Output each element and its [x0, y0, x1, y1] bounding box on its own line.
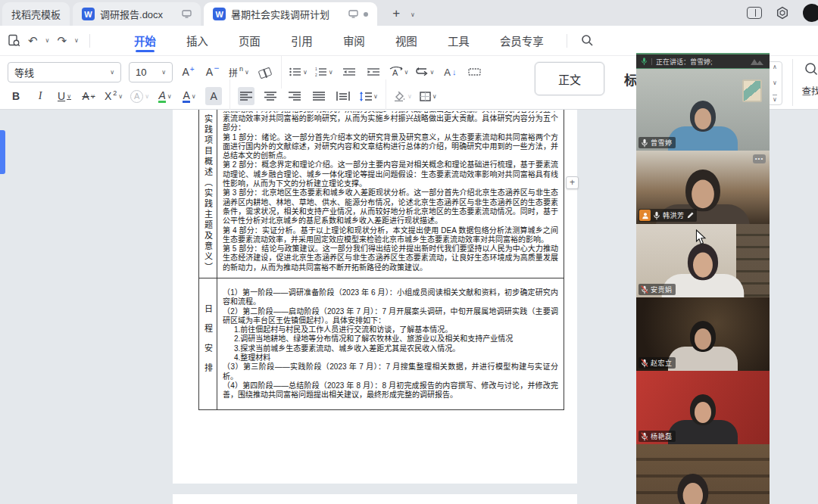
paragraph: 4.整理材料	[223, 353, 558, 362]
ribbon-tab-引用[interactable]: 引用	[289, 26, 314, 54]
align-center-button[interactable]	[262, 87, 279, 105]
font-name-select[interactable]: 等线∨	[8, 62, 121, 82]
align-left-button[interactable]	[238, 87, 254, 105]
row-label: 日程安排	[199, 278, 217, 409]
row-content[interactable]: 素流动效率对共同富裕的影响研究，从而为实施乡村振兴战略做出更大贡献。具体研究内容…	[217, 110, 564, 278]
ribbon-tab-会员专享[interactable]: 会员专享	[498, 26, 545, 54]
paragraph: （2）第二阶段——启动阶段（2023 年 7 月）：7 月开展案头调研，中旬开展…	[223, 307, 558, 326]
sort-button[interactable]: A↓	[442, 63, 458, 81]
style-body-text[interactable]: 正文	[535, 62, 604, 95]
side-panel-indicator[interactable]	[0, 130, 5, 174]
participant-name: 赵宏立	[651, 358, 673, 368]
ribbon-tab-插入[interactable]: 插入	[185, 26, 210, 54]
next-page-top[interactable]	[173, 494, 577, 504]
participant-name: 杨艳磊	[651, 431, 673, 441]
app-center-icon[interactable]	[776, 6, 789, 20]
muted-mic-icon	[641, 359, 648, 368]
muted-mic-icon	[641, 432, 648, 441]
document-tab-2[interactable]: W暑期社会实践调研计划	[204, 2, 377, 26]
table-row: 日程安排（1）第一阶段——调研准备阶段（2023 年 6 月）：小组成员阅读相关…	[199, 278, 564, 409]
shading-bucket-button[interactable]: ∨	[394, 87, 412, 105]
avatar[interactable]	[803, 4, 818, 22]
row-content[interactable]: （1）第一阶段——调研准备阶段（2023 年 6 月）：小组成员阅读相关文献和资…	[217, 278, 564, 409]
mic-icon	[641, 138, 648, 148]
phonetic-guide-button[interactable]: 拼n∨	[229, 63, 249, 81]
font-color-button[interactable]: A∨	[181, 87, 198, 105]
tab-list: 找稻壳模板W调研报告.docxW暑期社会实践调研计划	[2, 2, 380, 26]
decrease-font-button[interactable]: A−	[204, 63, 221, 81]
participant-tiles: 曾雪婷•••韩洪芳安贵娟赵宏立杨艳磊	[636, 69, 770, 504]
document-tab-0[interactable]: 找稻壳模板	[2, 2, 70, 26]
participant-tile-韩洪芳[interactable]: •••韩洪芳	[636, 151, 770, 224]
italic-button[interactable]: I	[32, 87, 48, 105]
tab-status-dot	[364, 12, 368, 17]
speaking-mic-icon	[641, 57, 648, 66]
redo-icon[interactable]: ↷	[57, 35, 67, 46]
participant-tile-partial[interactable]	[636, 444, 770, 504]
quick-more-dropdown[interactable]: ∨	[74, 37, 79, 44]
undo-dropdown[interactable]: ∨	[45, 37, 50, 44]
ribbon-tab-开始[interactable]: 开始	[133, 26, 158, 54]
speaking-status-label: 正在讲话：	[656, 58, 690, 66]
participant-tile-赵宏立[interactable]: 赵宏立	[636, 297, 770, 371]
justify-button[interactable]	[311, 87, 327, 105]
align-right-button[interactable]	[286, 87, 303, 105]
line-spacing-button[interactable]: ∨	[359, 87, 378, 105]
tile-more-button[interactable]: •••	[753, 154, 766, 163]
muted-mic-icon	[641, 285, 648, 294]
tab-title: 调研报告.docx	[100, 7, 163, 21]
tab-list-dropdown[interactable]: ∨	[407, 11, 418, 18]
mic-icon	[653, 211, 660, 220]
tab-title: 找稻壳模板	[11, 7, 61, 21]
strikethrough-button[interactable]: A∨	[80, 87, 97, 105]
participant-name: 韩洪芳	[663, 210, 685, 220]
participant-name: 安贵娟	[651, 285, 673, 294]
superscript-button[interactable]: X2∨	[105, 87, 123, 105]
svg-text:2: 2	[315, 73, 317, 76]
increase-font-button[interactable]: A+	[180, 63, 197, 81]
distribute-button[interactable]	[335, 87, 351, 105]
new-tab-button[interactable]: +	[386, 4, 406, 23]
participant-name-bar: 安贵娟	[638, 284, 676, 295]
row-label: 实践项目概述（实践主题及意义）	[199, 110, 217, 278]
char-shading-button[interactable]: A	[205, 87, 222, 105]
style-gallery-scroll[interactable]: ∧∨∨	[767, 61, 782, 105]
clear-format-button[interactable]	[257, 63, 273, 81]
undo-icon[interactable]: ↶	[28, 35, 38, 46]
document-page[interactable]: 实践项目概述（实践主题及意义）素流动效率对共同富裕的影响研究，从而为实施乡村振兴…	[173, 110, 577, 484]
rename-pen-icon	[687, 212, 694, 219]
ribbon-tab-视图[interactable]: 视图	[394, 26, 419, 54]
tab-bar: 找稻壳模板W调研报告.docxW暑期社会实践调研计划 + ∨	[0, 0, 818, 26]
find-replace-panel[interactable]: 查找	[800, 62, 818, 98]
document-tab-1[interactable]: W调研报告.docx	[73, 2, 201, 26]
insert-plus-button[interactable]: +	[566, 176, 579, 189]
find-icon	[804, 62, 818, 76]
participant-name-bar: 赵宏立	[638, 357, 676, 369]
bullet-list-button[interactable]: ∨	[289, 63, 308, 81]
wps-writer-icon: W	[213, 8, 226, 20]
search-icon[interactable]	[581, 34, 594, 47]
numbered-list-button[interactable]: 12∨	[315, 63, 333, 81]
increase-indent-button[interactable]	[365, 63, 382, 81]
split-view-icon[interactable]	[747, 7, 762, 19]
eraser-icon	[258, 67, 272, 79]
participant-tile-杨艳磊[interactable]: 杨艳磊	[636, 371, 770, 444]
meeting-header[interactable]: 正在讲话：曾雪婷;	[636, 54, 770, 69]
ribbon-tab-工具[interactable]: 工具	[446, 26, 471, 54]
show-marks-button[interactable]	[466, 63, 482, 81]
participant-tile-曾雪婷[interactable]: 曾雪婷	[636, 69, 770, 151]
ribbon-tab-页面[interactable]: 页面	[237, 26, 262, 54]
host-person-icon	[642, 212, 649, 219]
highlight-color-button[interactable]: A∨	[157, 87, 173, 105]
font-size-select[interactable]: 10∨	[129, 62, 173, 82]
bold-button[interactable]: B	[8, 87, 24, 105]
decrease-indent-button[interactable]	[341, 63, 357, 81]
borders-button[interactable]: ∨	[420, 87, 437, 105]
wrap-options-button[interactable]: ∨	[416, 63, 434, 81]
monitor-icon	[348, 10, 358, 18]
text-direction-button[interactable]: A∨	[389, 63, 409, 81]
file-search-icon[interactable]	[8, 34, 20, 47]
underline-button[interactable]: U∨	[56, 87, 73, 105]
ribbon-tab-审阅[interactable]: 审阅	[342, 26, 367, 54]
text-effect-button[interactable]: A∨	[130, 87, 149, 105]
